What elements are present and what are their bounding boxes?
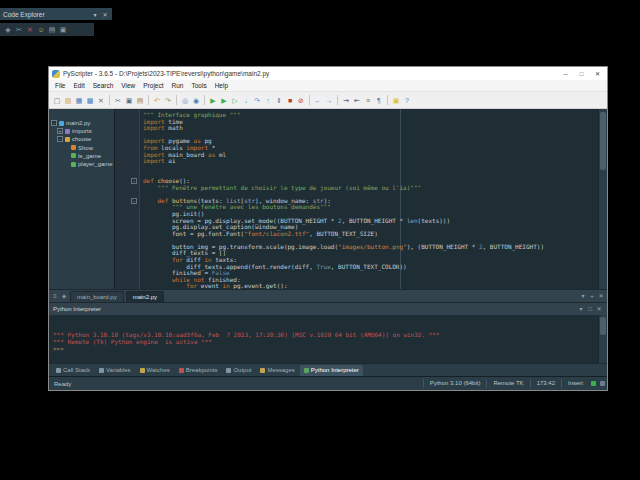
menu-view[interactable]: View	[117, 82, 139, 89]
fold-marker-icon[interactable]: -	[131, 178, 137, 184]
save-all-icon[interactable]: ▩	[85, 95, 95, 106]
editor-tab-main2.py[interactable]: main2.py	[126, 291, 164, 302]
interpreter-header[interactable]: Python Interpreter ▾□✕	[49, 302, 607, 315]
fold-marker-icon[interactable]: -	[131, 198, 137, 204]
code-line[interactable]: for event in pg.event.get():	[143, 283, 598, 289]
open-file-icon[interactable]: ▨	[63, 95, 73, 106]
editor-pane[interactable]: -- """ Interface graphique """import tim…	[115, 109, 607, 289]
replace-icon[interactable]: ◉	[191, 95, 201, 106]
debug-icon[interactable]: ▶	[219, 95, 229, 106]
expander-icon[interactable]: -	[57, 136, 63, 142]
forward-icon[interactable]: →	[324, 95, 334, 106]
close-panel-icon[interactable]: ✕	[595, 305, 603, 314]
menu-project[interactable]: Project	[139, 82, 167, 89]
code-token: event	[197, 282, 222, 289]
dock-menu-icon[interactable]: ≡	[51, 292, 59, 301]
bottom-tab-icon	[99, 368, 104, 373]
code-line[interactable]	[143, 165, 598, 172]
find-icon[interactable]: ◎	[180, 95, 190, 106]
special-chars-icon[interactable]: ¶	[374, 95, 384, 106]
cut-icon[interactable]: ✂	[113, 95, 123, 106]
code-area[interactable]: """ Interface graphique """import timeim…	[143, 112, 598, 289]
bottom-tab-call-stack[interactable]: Call Stack	[52, 365, 94, 376]
close-tab-icon[interactable]: ✕	[597, 292, 605, 301]
stop-icon[interactable]: ■	[285, 95, 295, 106]
undo-icon[interactable]: ↶	[152, 95, 162, 106]
close-icon[interactable]: ✕	[101, 11, 109, 18]
code-line[interactable]: import time	[143, 119, 598, 126]
bottom-tab-python-interpreter[interactable]: Python Interpreter	[300, 365, 363, 376]
menu-file[interactable]: File	[51, 82, 69, 89]
navigate-icon[interactable]: ◈	[4, 25, 12, 34]
title-bar[interactable]: PyScripter - 3.6.5 - D:\Projets\2023-TIP…	[49, 67, 607, 80]
delete-icon[interactable]: ✕	[26, 25, 34, 34]
maximize-panel-icon[interactable]: □	[586, 305, 594, 314]
tree-item-Show[interactable]: Show	[49, 144, 114, 152]
bottom-tab-messages[interactable]: Messages	[256, 365, 298, 376]
tree-item-player_game[interactable]: player_game	[49, 160, 114, 168]
expander-icon[interactable]: +	[57, 128, 63, 134]
interpreter-scrollbar[interactable]	[598, 315, 607, 363]
code-line[interactable]: import ai	[143, 158, 598, 165]
pin-icon[interactable]: ▾	[91, 11, 99, 18]
bottom-tab-watches[interactable]: Watches	[136, 365, 174, 376]
code-line[interactable]: """ Interface graphique """	[143, 112, 598, 119]
save-icon[interactable]: ▦	[74, 95, 84, 106]
menu-tools[interactable]: Tools	[187, 82, 210, 89]
outdent-icon[interactable]: ⇤	[352, 95, 362, 106]
tree-item-le_game[interactable]: le_game	[49, 152, 114, 160]
bottom-tab-variables[interactable]: Variables	[95, 365, 135, 376]
code-explorer-panel-header[interactable]: Code Explorer ▾ ✕	[0, 8, 112, 20]
breakpoint-icon[interactable]: ⊘	[296, 95, 306, 106]
bottom-tab-output[interactable]: Output	[222, 365, 255, 376]
tree-item-choose[interactable]: -choose	[49, 135, 114, 143]
external-run-icon[interactable]: ▷	[230, 95, 240, 106]
maximize-button[interactable]: □	[575, 69, 588, 79]
doc-icon[interactable]: ▤	[48, 25, 56, 34]
tree-item-imports[interactable]: +imports	[49, 127, 114, 135]
code-line[interactable]: """ Fenêtre permettant de choisir le typ…	[143, 185, 598, 192]
code-line[interactable]: font = pg.font.Font("font/clacon2.ttf", …	[143, 231, 598, 238]
redo-icon[interactable]: ↷	[163, 95, 173, 106]
indent-icon[interactable]: ⇥	[341, 95, 351, 106]
editor-scrollbar[interactable]	[598, 109, 607, 289]
tree-item-main2.py[interactable]: -main2.py	[49, 119, 114, 127]
tab-list-icon[interactable]: ▾	[579, 292, 587, 301]
code-line[interactable]	[143, 171, 598, 178]
options-icon[interactable]: ▣	[391, 95, 401, 106]
comment-icon[interactable]: ≡	[363, 95, 373, 106]
cut-icon[interactable]: ✂	[15, 25, 23, 34]
minimize-button[interactable]: ─	[559, 69, 572, 79]
close-button[interactable]: ✕	[591, 69, 604, 79]
step-over-icon[interactable]: ↷	[252, 95, 262, 106]
interpreter-console[interactable]: *** Python 3.10.10 (tags/v3.10.10:aad5f6…	[49, 315, 607, 363]
bottom-tab-breakpoints[interactable]: Breakpoints	[175, 365, 222, 376]
back-icon[interactable]: ←	[313, 95, 323, 106]
editor-tab-main_board.py[interactable]: main_board.py	[70, 291, 124, 302]
interp-menu-icon[interactable]: ▾	[577, 305, 585, 314]
interpreter-scrollbar-thumb[interactable]	[600, 317, 606, 335]
code-line[interactable]: import main_board as ml	[143, 152, 598, 159]
close-file-icon[interactable]: ✕	[96, 95, 106, 106]
menu-search[interactable]: Search	[89, 82, 118, 89]
code-line[interactable]: import math	[143, 125, 598, 132]
step-into-icon[interactable]: ↓	[241, 95, 251, 106]
pin-icon[interactable]: ◈	[60, 292, 68, 301]
editor-scrollbar-thumb[interactable]	[600, 112, 606, 170]
copy-icon[interactable]: ▣	[124, 95, 134, 106]
face-icon[interactable]: ☺	[37, 25, 45, 34]
menu-help[interactable]: Help	[211, 82, 232, 89]
expander-icon[interactable]: -	[51, 120, 57, 126]
menu-run[interactable]: Run	[168, 82, 188, 89]
new-tab-icon[interactable]: +	[588, 292, 596, 301]
paste-icon[interactable]: ▤	[135, 95, 145, 106]
lock-icon[interactable]: ▣	[59, 25, 67, 34]
run-icon[interactable]: ▶	[208, 95, 218, 106]
pause-icon[interactable]: ‖	[274, 95, 284, 106]
help-icon[interactable]: ?	[402, 95, 412, 106]
code-token	[143, 282, 186, 289]
step-out-icon[interactable]: ↑	[263, 95, 273, 106]
new-file-icon[interactable]: ▢	[52, 95, 62, 106]
code-line[interactable]: """ une fenêtre avec les boutons demandé…	[143, 204, 598, 211]
menu-edit[interactable]: Edit	[69, 82, 88, 89]
